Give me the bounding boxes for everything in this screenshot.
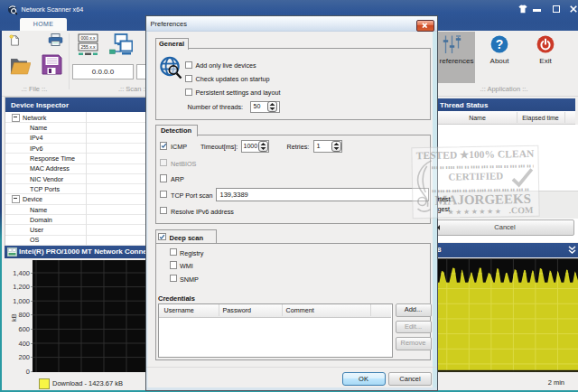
svg-text:255.x.x: 255.x.x	[80, 44, 96, 50]
svg-text:?: ?	[496, 37, 504, 51]
svg-text:000.x.x: 000.x.x	[80, 35, 96, 41]
